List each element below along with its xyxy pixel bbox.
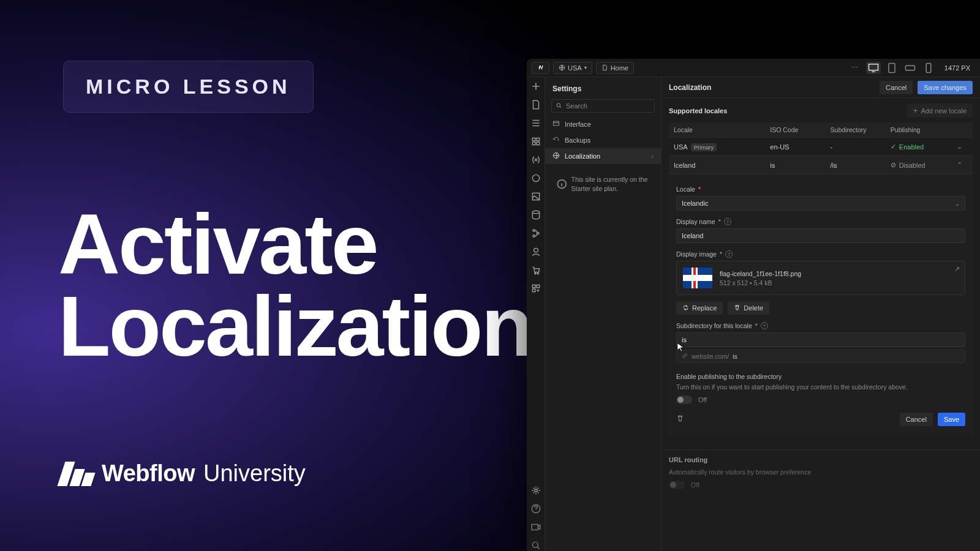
add-locale-button[interactable]: +Add new locale xyxy=(907,104,973,118)
svg-point-21 xyxy=(534,489,537,492)
chevron-right-icon: › xyxy=(651,152,654,160)
micro-lesson-badge: MICRO LESSON xyxy=(63,61,314,113)
svg-point-24 xyxy=(532,542,538,547)
nav-localization[interactable]: Localization› xyxy=(545,148,661,164)
svg-rect-7 xyxy=(532,142,535,145)
locale-row-usa[interactable]: USAPrimary en-US - ✓Enabled ⌄ xyxy=(669,137,973,156)
settings-title: Settings xyxy=(545,77,661,99)
svg-rect-2 xyxy=(889,63,895,72)
viewport-mobile-icon[interactable] xyxy=(921,62,936,74)
check-icon: ✓ xyxy=(891,143,896,151)
svg-rect-8 xyxy=(537,142,540,145)
svg-point-15 xyxy=(533,248,538,252)
chevron-down-icon: ⌄ xyxy=(955,200,960,207)
top-bar: USA▾ Home ⋯ 1472 PX xyxy=(527,59,980,77)
navigator-icon[interactable] xyxy=(530,118,541,129)
subdirectory-input[interactable] xyxy=(676,332,965,347)
display-image-card: flag-iceland_1f1ee-1f1f8.png512 x 512 • … xyxy=(676,261,965,295)
interface-icon xyxy=(552,120,560,129)
add-icon[interactable] xyxy=(530,81,541,92)
video-icon[interactable] xyxy=(530,522,541,533)
link-icon xyxy=(682,353,688,360)
webflow-menu-button[interactable] xyxy=(532,62,549,74)
variables-icon[interactable] xyxy=(530,154,541,165)
supported-locales-heading: Supported locales xyxy=(669,107,907,114)
search-icon[interactable] xyxy=(530,540,541,551)
webflow-icon xyxy=(537,64,544,71)
delete-button[interactable]: Delete xyxy=(728,301,769,315)
plan-note: This site is currently on the Starter si… xyxy=(551,170,655,198)
viewport-desktop-icon[interactable] xyxy=(866,62,881,74)
left-rail xyxy=(527,77,545,551)
url-preview: website.com/is xyxy=(676,350,965,363)
assets-icon[interactable] xyxy=(530,191,541,202)
cms-icon[interactable] xyxy=(530,209,541,220)
locale-switcher[interactable]: USA▾ xyxy=(553,62,592,74)
replace-icon xyxy=(682,304,689,312)
save-changes-button[interactable]: Save changes xyxy=(918,81,973,94)
viewport-width: 1472 PX xyxy=(940,64,975,72)
viewport-landscape-icon[interactable] xyxy=(903,62,918,74)
svg-rect-3 xyxy=(905,66,914,70)
svg-point-17 xyxy=(537,273,538,274)
routing-toggle[interactable] xyxy=(669,481,685,489)
locales-table-header: LocaleISO CodeSubdirectoryPublishing xyxy=(669,122,973,137)
iceland-flag-icon xyxy=(683,268,712,288)
expand-icon[interactable]: ↗ xyxy=(954,265,960,273)
form-cancel-button[interactable]: Cancel xyxy=(900,413,933,426)
webflow-university-brand: Webflow University xyxy=(61,460,306,487)
svg-point-9 xyxy=(532,174,539,181)
settings-gear-icon[interactable] xyxy=(530,485,541,496)
svg-rect-5 xyxy=(532,138,535,141)
page-icon xyxy=(601,64,608,71)
svg-point-16 xyxy=(534,273,535,274)
url-routing-heading: URL routing xyxy=(669,456,973,463)
locale-edit-form: Locale* Icelandic⌄ Display name*? Displa… xyxy=(669,174,973,435)
svg-rect-26 xyxy=(554,121,559,126)
components-icon[interactable] xyxy=(530,136,541,147)
svg-rect-1 xyxy=(869,64,878,70)
help-icon[interactable]: ? xyxy=(724,218,731,225)
users-icon[interactable] xyxy=(530,246,541,257)
form-save-button[interactable]: Save xyxy=(938,413,965,426)
logic-icon[interactable] xyxy=(530,228,541,239)
viewport-tablet-icon[interactable] xyxy=(884,62,899,74)
globe-icon xyxy=(552,152,560,160)
svg-rect-4 xyxy=(926,63,931,72)
chevron-up-icon: ⌃ xyxy=(957,161,968,169)
replace-button[interactable]: Replace xyxy=(676,301,723,315)
publish-toggle[interactable] xyxy=(676,395,692,404)
globe-icon xyxy=(559,64,565,71)
help-icon[interactable] xyxy=(530,503,541,514)
apps-icon[interactable] xyxy=(530,283,541,294)
ecommerce-icon[interactable] xyxy=(530,264,541,276)
info-icon xyxy=(556,175,567,193)
delete-locale-button[interactable] xyxy=(676,414,684,425)
svg-rect-19 xyxy=(537,285,540,288)
page-switcher[interactable]: Home xyxy=(596,62,634,74)
display-name-input[interactable] xyxy=(676,228,965,243)
settings-sidebar: Settings Search Interface Backups Locali… xyxy=(545,77,662,551)
settings-search[interactable]: Search xyxy=(551,99,655,113)
svg-rect-18 xyxy=(532,285,535,288)
webflow-logo-icon xyxy=(61,462,93,486)
cancel-button[interactable]: Cancel xyxy=(880,81,913,94)
publish-toggle-desc: Turn this on if you want to start publis… xyxy=(676,383,965,391)
styles-icon[interactable] xyxy=(530,173,541,184)
search-icon xyxy=(556,102,562,110)
svg-rect-20 xyxy=(532,289,535,292)
url-routing-desc: Automatically route visitors by browser … xyxy=(669,468,973,476)
backup-icon xyxy=(552,136,560,144)
locale-row-iceland[interactable]: Iceland is /is ⊘Disabled ⌃ xyxy=(669,156,973,174)
locale-select[interactable]: Icelandic⌄ xyxy=(676,196,965,211)
help-icon[interactable]: ? xyxy=(725,250,733,258)
svg-point-25 xyxy=(557,103,560,107)
nav-interface[interactable]: Interface xyxy=(545,116,661,132)
trash-icon xyxy=(734,304,741,312)
more-icon[interactable]: ⋯ xyxy=(848,62,862,74)
nav-backups[interactable]: Backups xyxy=(545,132,661,148)
help-icon[interactable]: ? xyxy=(761,322,768,329)
pages-icon[interactable] xyxy=(530,99,541,110)
svg-rect-6 xyxy=(537,138,540,141)
chevron-down-icon: ▾ xyxy=(584,65,587,70)
